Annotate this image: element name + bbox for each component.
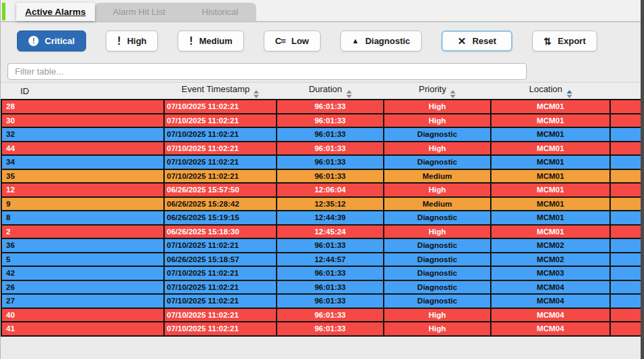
cell-location: MCM01: [491, 211, 610, 225]
table-row[interactable]: 806/26/2025 15:19:1512:44:39DiagnosticMC…: [1, 211, 642, 225]
cell-timestamp: 07/10/2025 11:02:21: [164, 169, 277, 184]
column-header-duration[interactable]: Duration: [277, 83, 384, 100]
cell-location: MCM01: [491, 225, 610, 239]
table-row[interactable]: 2807/10/2025 11:02:2196:01:33HighMCM01: [1, 100, 642, 114]
low-filter-button[interactable]: C≡ Low: [264, 30, 321, 51]
column-header-priority[interactable]: Priority: [384, 83, 491, 100]
cell-spacer: [610, 294, 642, 308]
cell-id: 42: [1, 266, 164, 280]
cell-id: 26: [1, 280, 164, 295]
cell-timestamp: 07/10/2025 11:02:21: [164, 238, 277, 253]
cell-timestamp: 07/10/2025 11:02:21: [164, 322, 277, 336]
table-row[interactable]: 4007/10/2025 11:02:2196:01:33HighMCM04: [1, 308, 642, 322]
cell-duration: 96:01:33: [277, 142, 384, 156]
table-row[interactable]: 206/26/2025 15:18:3012:45:24HighMCM01: [1, 225, 642, 239]
cell-priority: Diagnostic: [384, 280, 491, 295]
table-row[interactable]: 3207/10/2025 11:02:2196:01:33DiagnosticM…: [1, 127, 642, 142]
cell-duration: 96:01:33: [277, 280, 384, 295]
right-edge-strip: [641, 0, 644, 359]
medium-filter-button[interactable]: ! Medium: [178, 30, 243, 51]
cell-timestamp: 07/10/2025 11:02:21: [164, 155, 277, 169]
cell-priority: Medium: [384, 197, 491, 211]
cell-id: 32: [1, 127, 164, 142]
alarm-table-header: ID Event Timestamp Duration Priority Loc…: [1, 83, 642, 100]
status-accent-bar: [2, 3, 5, 20]
sort-icon: [254, 90, 259, 98]
table-row[interactable]: 3407/10/2025 11:02:2196:01:33DiagnosticM…: [1, 155, 642, 169]
cell-spacer: [610, 322, 642, 336]
cell-priority: Diagnostic: [384, 155, 491, 169]
cell-location: MCM01: [491, 169, 610, 184]
export-button[interactable]: ⇅ Export: [532, 30, 597, 51]
cell-priority: Diagnostic: [384, 211, 491, 225]
cell-spacer: [610, 197, 642, 211]
cell-timestamp: 06/26/2025 15:18:57: [164, 253, 277, 267]
table-row[interactable]: 3507/10/2025 11:02:2196:01:33MediumMCM01: [1, 169, 642, 184]
cell-priority: Diagnostic: [384, 127, 491, 142]
alarm-app-window: Active Alarms Alarm Hit List Historical …: [0, 0, 644, 359]
cell-location: MCM01: [491, 127, 610, 142]
cell-timestamp: 07/10/2025 11:02:21: [164, 100, 277, 114]
cell-timestamp: 07/10/2025 11:02:21: [164, 308, 277, 322]
cell-spacer: [610, 253, 642, 267]
cell-timestamp: 07/10/2025 11:02:21: [164, 294, 277, 308]
alarm-table: ID Event Timestamp Duration Priority Loc…: [1, 83, 643, 337]
cell-spacer: [610, 308, 642, 322]
table-row[interactable]: 4107/10/2025 11:02:2196:01:33HighMCM04: [1, 322, 642, 336]
button-label: Diagnostic: [365, 36, 410, 46]
exclamation-icon: !: [189, 36, 193, 47]
cell-duration: 96:01:33: [277, 266, 384, 280]
high-filter-button[interactable]: ! High: [106, 30, 158, 51]
cell-location: MCM01: [491, 100, 610, 114]
button-label: Critical: [45, 36, 75, 46]
button-label: Reset: [472, 36, 496, 46]
cell-timestamp: 06/26/2025 15:18:30: [164, 225, 277, 239]
cell-duration: 96:01:33: [277, 127, 384, 142]
table-row[interactable]: 506/26/2025 15:18:5712:44:57DiagnosticMC…: [1, 253, 642, 267]
filter-table-input[interactable]: [7, 63, 527, 80]
cell-priority: High: [384, 142, 491, 156]
cell-location: MCM01: [491, 197, 610, 211]
tab-alarm-hit-list[interactable]: Alarm Hit List: [95, 3, 184, 21]
cell-spacer: [610, 114, 642, 128]
cell-priority: High: [384, 183, 491, 197]
table-row[interactable]: 3607/10/2025 11:02:2196:01:33DiagnosticM…: [1, 238, 642, 253]
tab-label: Active Alarms: [25, 7, 86, 17]
cell-duration: 96:01:33: [277, 100, 384, 114]
cell-location: MCM02: [491, 238, 610, 253]
table-row[interactable]: 906/26/2025 15:28:4212:35:12MediumMCM01: [1, 197, 642, 211]
table-row[interactable]: 2707/10/2025 11:02:2196:01:33DiagnosticM…: [1, 294, 642, 308]
arrows-up-down-icon: ⇅: [544, 37, 552, 46]
cell-timestamp: 07/10/2025 11:02:21: [164, 266, 277, 280]
table-row[interactable]: 1206/26/2025 15:57:5012:06:04HighMCM01: [1, 183, 642, 197]
cell-id: 5: [1, 253, 164, 267]
diagnostic-filter-button[interactable]: ▲ Diagnostic: [340, 30, 422, 51]
column-header-event-timestamp[interactable]: Event Timestamp: [164, 83, 277, 100]
sort-icon: [450, 90, 456, 98]
tab-historical[interactable]: Historical: [184, 3, 256, 21]
cell-duration: 96:01:33: [277, 155, 384, 169]
cell-duration: 96:01:33: [277, 322, 384, 336]
cell-id: 36: [1, 238, 164, 253]
cell-spacer: [610, 127, 642, 142]
list-lines-icon: C≡: [275, 37, 285, 45]
table-row[interactable]: 3007/10/2025 11:02:2196:01:33HighMCM01: [1, 114, 642, 128]
cell-duration: 96:01:33: [277, 238, 384, 253]
table-row[interactable]: 4207/10/2025 11:02:2196:01:33DiagnosticM…: [1, 266, 642, 280]
critical-filter-button[interactable]: ! Critical: [17, 30, 86, 51]
table-row[interactable]: 4407/10/2025 11:02:2196:01:33HighMCM01: [1, 142, 642, 156]
column-header-id: ID: [1, 83, 164, 100]
cell-duration: 12:35:12: [277, 197, 384, 211]
cell-spacer: [610, 142, 642, 156]
reset-button[interactable]: ✕ Reset: [441, 30, 512, 51]
cell-priority: High: [384, 322, 491, 336]
column-header-location[interactable]: Location: [491, 83, 610, 100]
tab-active-alarms[interactable]: Active Alarms: [16, 3, 95, 21]
cell-duration: 12:44:39: [277, 211, 384, 225]
cell-location: MCM04: [491, 322, 610, 336]
table-row[interactable]: 2607/10/2025 11:02:2196:01:33DiagnosticM…: [1, 280, 642, 295]
tab-label: Historical: [202, 7, 238, 17]
cell-priority: Medium: [384, 169, 491, 184]
button-label: Medium: [199, 36, 233, 46]
filter-toolbar: ! Critical ! High ! Medium C≡ Low ▲ Diag…: [1, 22, 644, 60]
